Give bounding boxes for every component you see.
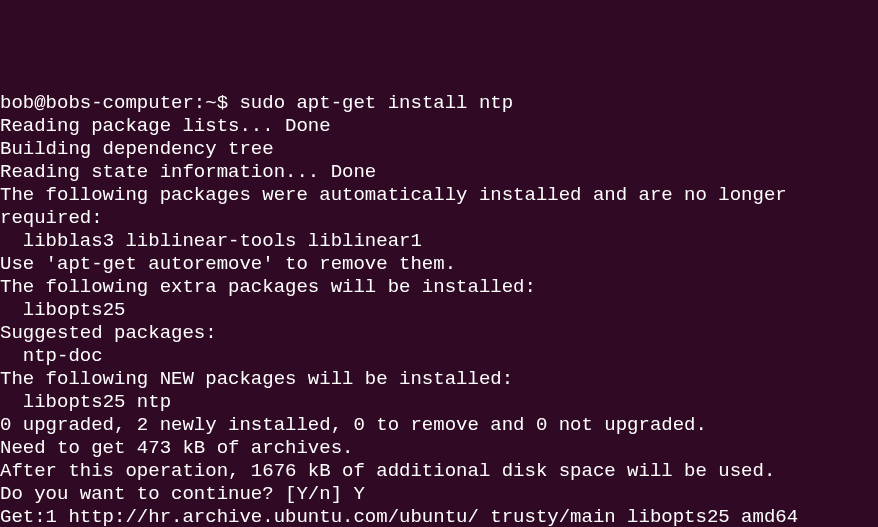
output-line: 0 upgraded, 2 newly installed, 0 to remo… [0,414,878,437]
output-line: Reading state information... Done [0,161,878,184]
command-text: sudo apt-get install ntp [239,92,513,114]
output-line: Get:1 http://hr.archive.ubuntu.com/ubunt… [0,506,878,527]
output-line: The following NEW packages will be insta… [0,368,878,391]
output-line: Need to get 473 kB of archives. [0,437,878,460]
prompt-line: bob@bobs-computer:~$ sudo apt-get instal… [0,92,878,115]
output-line: The following extra packages will be ins… [0,276,878,299]
output-line: ntp-doc [0,345,878,368]
output-line: libopts25 ntp [0,391,878,414]
terminal-output[interactable]: bob@bobs-computer:~$ sudo apt-get instal… [0,92,878,527]
output-line: Building dependency tree [0,138,878,161]
output-line: Reading package lists... Done [0,115,878,138]
output-line: After this operation, 1676 kB of additio… [0,460,878,483]
output-line: The following packages were automaticall… [0,184,878,230]
output-line: Suggested packages: [0,322,878,345]
output-line: libblas3 liblinear-tools liblinear1 [0,230,878,253]
output-line: Use 'apt-get autoremove' to remove them. [0,253,878,276]
shell-prompt: bob@bobs-computer:~$ [0,92,239,114]
output-line: Do you want to continue? [Y/n] Y [0,483,878,506]
output-line: libopts25 [0,299,878,322]
